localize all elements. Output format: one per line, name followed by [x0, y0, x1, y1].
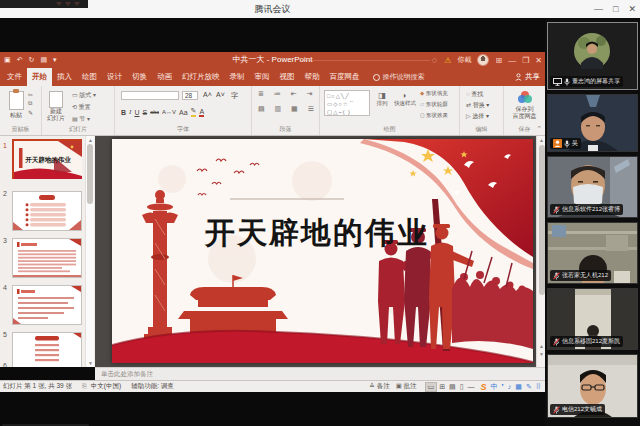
- reset-button[interactable]: ⟲ 重置: [72, 103, 96, 112]
- ppt-share-button[interactable]: 共享: [515, 68, 540, 86]
- warning-icon[interactable]: ⚠: [444, 56, 451, 65]
- align-buttons-row[interactable]: ▤ ▥ ▦ ☰: [258, 105, 318, 113]
- normal-view-icon[interactable]: ▭: [425, 382, 438, 392]
- participant-tile[interactable]: 信息系移固212麦斯凯: [547, 288, 638, 350]
- participant-tile[interactable]: 吴: [547, 94, 638, 152]
- clear-format-icon[interactable]: 字: [231, 91, 238, 101]
- ime-language-toggle[interactable]: 中: [491, 382, 498, 392]
- slide-canvas[interactable]: 开天辟地的伟业: [112, 139, 533, 363]
- section-button[interactable]: ▤ 节 ▾: [72, 115, 96, 124]
- slide-thumbnail-1[interactable]: 开天辟地的伟业: [12, 139, 82, 179]
- shape-outline-button[interactable]: ▱ 形状轮廓: [420, 101, 448, 108]
- ppt-restore-button[interactable]: ❐: [522, 56, 529, 65]
- tab-file[interactable]: 文件: [2, 68, 27, 86]
- tab-record[interactable]: 录制: [225, 68, 250, 86]
- participant-tile[interactable]: 董志鸿的屏幕共享: [547, 22, 638, 90]
- comments-toggle[interactable]: ▣ 批注: [396, 382, 417, 391]
- close-button[interactable]: ✕: [628, 4, 636, 14]
- account-avatar[interactable]: [477, 54, 489, 66]
- italic-button[interactable]: I: [129, 108, 131, 116]
- bold-button[interactable]: B: [121, 109, 126, 116]
- quick-styles-button[interactable]: ◗快速样式: [392, 91, 418, 107]
- shadow-button[interactable]: abc: [150, 109, 159, 115]
- chevron-down-icon: [74, 2, 80, 6]
- sogou-ime-icon[interactable]: S: [481, 382, 487, 392]
- tell-me-search[interactable]: 操作说明搜索: [373, 68, 425, 86]
- select-button[interactable]: ▷ 选择 ▾: [466, 112, 489, 121]
- ppt-close-button[interactable]: ✕: [535, 56, 542, 65]
- font-size-combobox[interactable]: 28: [182, 91, 198, 100]
- increase-font-icon[interactable]: A˄: [203, 91, 212, 98]
- paste-button[interactable]: 粘贴: [10, 111, 22, 120]
- tab-baidu-netdisk[interactable]: 百度网盘: [325, 68, 365, 86]
- reading-view-icon[interactable]: ▤: [447, 383, 458, 391]
- font-name-combobox[interactable]: [121, 91, 179, 100]
- tab-insert[interactable]: 插入: [52, 68, 77, 86]
- shape-gallery[interactable]: □○△╲╱▭◇○☆⌒▢△~( ): [324, 90, 370, 116]
- paste-icon[interactable]: [9, 91, 24, 110]
- tab-home[interactable]: 开始: [27, 68, 52, 86]
- ime-keyboard-icon[interactable]: ▦: [515, 383, 522, 391]
- decrease-font-icon[interactable]: A˅: [216, 91, 225, 98]
- ime-skin-icon[interactable]: ✎: [526, 383, 532, 391]
- underline-button[interactable]: U: [134, 109, 139, 116]
- new-slide-icon[interactable]: [49, 91, 63, 108]
- minimize-button[interactable]: —: [594, 4, 603, 14]
- participant-tile[interactable]: 信息系软件212张睿博: [547, 156, 638, 218]
- arrange-button[interactable]: ◨排列: [373, 91, 391, 107]
- font-color-icon[interactable]: A: [199, 108, 204, 117]
- slide-thumbnail-4[interactable]: [12, 285, 82, 325]
- highlight-icon[interactable]: ✎: [191, 107, 197, 117]
- tab-review[interactable]: 审阅: [250, 68, 275, 86]
- scroll-down-icon[interactable]: ▼: [86, 360, 95, 366]
- find-button[interactable]: ◌ 查找: [466, 90, 483, 99]
- scrollbar-thumb[interactable]: [539, 145, 545, 295]
- shape-fill-button[interactable]: ◆ 形状填充: [420, 90, 448, 97]
- ime-punctuation-icon[interactable]: ❜: [502, 383, 504, 391]
- cut-icon[interactable]: ✂: [28, 91, 33, 98]
- slide-thumbnail-2[interactable]: [12, 191, 82, 231]
- thumbnail-scrollbar[interactable]: ▲ ▼: [85, 136, 94, 367]
- layout-button[interactable]: ▭ 版式 ▾: [72, 91, 96, 100]
- tab-design[interactable]: 设计: [102, 68, 127, 86]
- tab-view[interactable]: 视图: [275, 68, 300, 86]
- letterbox: 董志鸿的屏幕共享: [0, 392, 545, 426]
- ime-voice-icon[interactable]: ♪: [508, 383, 512, 390]
- change-case-button[interactable]: Aa: [179, 109, 188, 116]
- participant-tile[interactable]: 电信212文毓成: [547, 354, 638, 418]
- language-indicator[interactable]: 中文(中国): [91, 382, 121, 391]
- new-slide-button[interactable]: 新建幻灯片: [45, 108, 67, 122]
- list-buttons-row[interactable]: ≣ ≔ ⇤ ⇥: [258, 90, 316, 98]
- ime-toolbox-icon[interactable]: ⠿: [536, 383, 541, 391]
- tab-draw[interactable]: 绘图: [77, 68, 102, 86]
- scroll-up-icon[interactable]: ▲: [86, 137, 95, 143]
- scrollbar-thumb[interactable]: [87, 144, 93, 204]
- notes-toggle[interactable]: ≙ 备注: [369, 382, 389, 391]
- notes-pane[interactable]: 单击此处添加备注: [95, 367, 545, 380]
- format-painter-icon[interactable]: ✎: [28, 109, 33, 116]
- slide-thumbnail-3[interactable]: [12, 238, 82, 278]
- slideshow-view-icon[interactable]: ▯: [458, 383, 466, 391]
- shape-effects-button[interactable]: ◻ 形状效果: [420, 112, 448, 119]
- ppt-minimize-button[interactable]: —: [508, 56, 516, 65]
- maximize-button[interactable]: □: [613, 4, 618, 14]
- strikethrough-button[interactable]: S: [142, 109, 147, 116]
- meeting-docked-toolbar[interactable]: [0, 0, 88, 8]
- accessibility-status[interactable]: 辅助功能: 调查: [131, 382, 174, 391]
- tab-transitions[interactable]: 切换: [127, 68, 152, 86]
- slide-thumbnail-5[interactable]: [12, 332, 82, 367]
- copy-icon[interactable]: ⧉: [28, 100, 33, 107]
- editor-scrollbar[interactable]: ▲ ▲ ▼: [536, 136, 545, 367]
- replace-button[interactable]: ⇄ 替换 ▾: [466, 101, 489, 110]
- char-spacing-icon[interactable]: A↔V: [162, 109, 176, 115]
- tab-slideshow[interactable]: 幻灯片放映: [177, 68, 225, 86]
- zoom-out-icon[interactable]: —: [466, 383, 477, 390]
- ribbon-display-icon[interactable]: ⊞: [495, 56, 502, 65]
- account-name[interactable]: 你截: [457, 55, 471, 65]
- slide-sorter-icon[interactable]: ⊞: [437, 383, 447, 391]
- save-to-netdisk-button[interactable]: 保存到百度网盘: [504, 106, 545, 120]
- tab-animations[interactable]: 动画: [152, 68, 177, 86]
- tab-help[interactable]: 帮助: [300, 68, 325, 86]
- collapse-ribbon-icon[interactable]: ⌃: [536, 125, 542, 133]
- participant-tile[interactable]: 张若家无人机212: [547, 222, 638, 284]
